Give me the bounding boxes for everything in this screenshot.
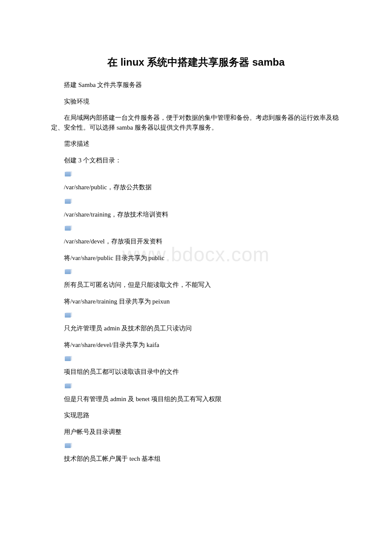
paragraph: /var/share/training，存放技术培训资料 (64, 210, 341, 220)
paragraph: 将/var/share/training 目录共享为 peixun (51, 297, 341, 306)
paragraph: 技术部的员工帐户属于 tech 基本组 (64, 454, 341, 464)
paragraph: /var/share/devel，存放项目开发资料 (64, 237, 341, 246)
paragraph: 在局域网内部搭建一台文件服务器，便于对数据的集中管理和备份。考虑到服务器的运行效… (51, 113, 341, 132)
paragraph: 只允许管理员 admin 及技术部的员工只读访问 (64, 324, 341, 333)
paragraph: 实现思路 (51, 410, 341, 420)
bullet-icon (65, 384, 71, 388)
document-title: 在 linux 系统中搭建共享服务器 samba (51, 55, 341, 69)
paragraph: 需求描述 (51, 139, 341, 149)
paragraph: 创建 3 个文档目录： (51, 156, 341, 165)
document-body: 搭建 Samba 文件共享服务器实验环境在局域网内部搭建一台文件服务器，便于对数… (51, 80, 341, 464)
bullet-icon (65, 269, 71, 274)
paragraph: 但是只有管理员 admin 及 benet 项目组的员工有写入权限 (64, 394, 341, 404)
bullet-icon (65, 226, 71, 231)
bullet-icon (65, 172, 71, 176)
paragraph: 搭建 Samba 文件共享服务器 (51, 80, 341, 90)
paragraph: 实验环境 (51, 97, 341, 107)
bullet-icon (65, 313, 71, 318)
paragraph: 所有员工可匿名访问，但是只能读取文件，不能写入 (64, 280, 341, 290)
paragraph: 将/var/share/devel/目录共享为 kaifa (51, 340, 341, 350)
document-content: 在 linux 系统中搭建共享服务器 samba 搭建 Samba 文件共享服务… (51, 55, 341, 464)
paragraph: /var/share/public，存放公共数据 (64, 182, 341, 192)
paragraph: 用户帐号及目录调整 (51, 427, 341, 437)
paragraph: 将/var/share/public 目录共享为 public (51, 253, 341, 263)
bullet-icon (65, 199, 71, 204)
bullet-icon (65, 443, 71, 448)
bullet-icon (65, 356, 71, 361)
paragraph: 项目组的员工都可以读取该目录中的文件 (64, 367, 341, 377)
